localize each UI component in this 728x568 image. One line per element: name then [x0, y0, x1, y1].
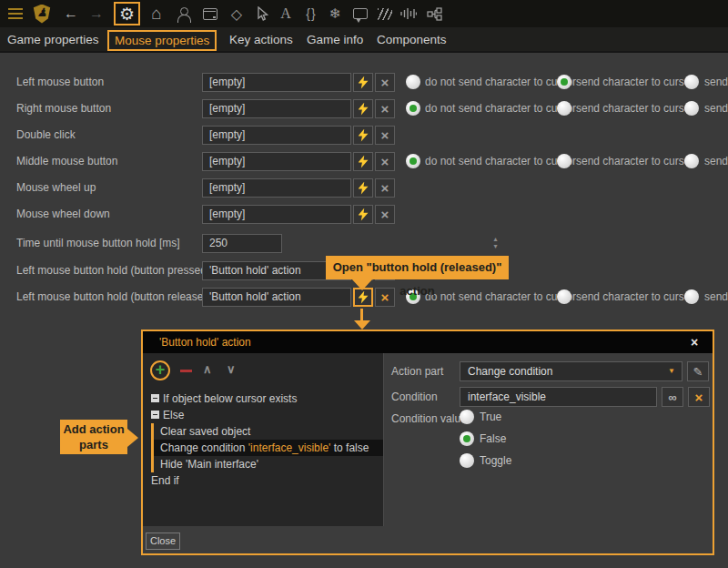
open-action-button[interactable]	[353, 205, 373, 224]
radio-send[interactable]	[557, 154, 571, 168]
home-icon[interactable]	[147, 0, 167, 27]
open-action-button[interactable]	[353, 178, 373, 198]
pattern-icon[interactable]	[376, 0, 394, 27]
condition-input[interactable]: interface_visible	[460, 387, 657, 407]
button-hold-action-dialog: 'Button hold' action If object below cur…	[141, 330, 714, 555]
radio-do-not-send[interactable]	[406, 154, 420, 168]
gem-icon[interactable]	[227, 0, 247, 27]
row-hold-time: Time until mouse button hold [ms] 250	[0, 234, 728, 253]
step-change-condition-selected[interactable]: Change condition 'interface_visible' to …	[151, 440, 383, 456]
radio-label: send character to cursor	[576, 99, 693, 117]
step-text: to false	[330, 441, 369, 454]
radio-true[interactable]	[460, 410, 474, 424]
clear-action-button[interactable]	[375, 99, 395, 118]
gear-icon	[119, 4, 135, 25]
dialog-title: 'Button hold' action	[159, 331, 251, 353]
radio-send-alt[interactable]	[684, 75, 699, 89]
radio-send-alt[interactable]	[684, 101, 699, 116]
radio-do-not-send[interactable]	[406, 75, 420, 89]
edit-action-button[interactable]	[687, 361, 709, 381]
dialog-titlebar[interactable]: 'Button hold' action	[143, 331, 713, 353]
clear-condition-button[interactable]	[688, 387, 710, 407]
back-icon[interactable]	[62, 0, 80, 27]
menu-icon[interactable]	[7, 0, 24, 27]
clear-action-button[interactable]	[375, 288, 395, 307]
script-icon[interactable]	[300, 0, 322, 27]
step-else[interactable]: Else	[151, 407, 184, 423]
interface-window-icon[interactable]	[200, 0, 220, 27]
text-tool-icon[interactable]	[277, 0, 295, 27]
collapse-icon[interactable]	[151, 411, 159, 419]
row-double-click: Double click [empty]	[0, 126, 728, 145]
row-middle-mouse-button: Middle mouse button [empty] do not send …	[0, 152, 728, 171]
move-down-button[interactable]	[227, 362, 236, 376]
step-clear-saved[interactable]: Clear saved object	[151, 423, 250, 440]
field-label: Left mouse button hold (button released)	[16, 288, 213, 307]
tab-game-properties[interactable]: Game properties	[7, 27, 99, 53]
audio-icon[interactable]	[399, 0, 419, 27]
dialog-close-icon[interactable]	[685, 331, 703, 353]
radio-label: send c	[704, 152, 728, 170]
open-action-button[interactable]	[353, 73, 373, 92]
radio-label: send character to cursor	[576, 73, 693, 91]
radio-label: send c	[704, 288, 728, 306]
clear-action-button[interactable]	[375, 205, 395, 224]
step-hide-interface[interactable]: Hide 'Main interface'	[151, 456, 258, 472]
radio-do-not-send[interactable]	[406, 101, 420, 116]
tab-game-info[interactable]: Game info	[307, 27, 363, 53]
lightning-icon	[359, 291, 369, 304]
collapse-icon[interactable]	[151, 394, 159, 402]
action-part-label: Action part	[391, 361, 443, 381]
action-value-box[interactable]: [empty]	[202, 99, 351, 118]
action-value-box[interactable]: [empty]	[202, 73, 351, 92]
radio-toggle[interactable]	[460, 453, 474, 468]
remove-step-button[interactable]	[180, 370, 192, 372]
condition-value-label: Condition value	[391, 409, 467, 429]
settings-active-frame[interactable]	[114, 2, 140, 25]
action-value-box[interactable]: [empty]	[202, 178, 351, 198]
character-icon[interactable]	[174, 0, 194, 27]
action-value-box[interactable]: [empty]	[202, 126, 351, 145]
clear-action-button[interactable]	[375, 152, 395, 171]
clear-action-button[interactable]	[375, 126, 395, 145]
row-mouse-wheel-down: Mouse wheel down [empty]	[0, 205, 728, 224]
add-step-button[interactable]	[150, 360, 170, 380]
step-text: Else	[163, 409, 184, 421]
dialogue-icon[interactable]	[350, 0, 370, 27]
action-value-box[interactable]: [empty]	[202, 152, 351, 171]
open-action-button[interactable]	[353, 99, 373, 118]
move-up-button[interactable]	[203, 362, 212, 376]
lightning-icon	[359, 156, 369, 168]
spinner-arrows-icon[interactable]	[268, 236, 723, 250]
open-action-button[interactable]	[353, 126, 373, 145]
forward-icon[interactable]	[87, 0, 106, 27]
link-condition-button[interactable]	[662, 387, 683, 407]
action-value-box[interactable]: [empty]	[202, 205, 351, 224]
radio-send-alt[interactable]	[684, 289, 699, 304]
radio-send[interactable]	[557, 289, 571, 304]
tab-mouse-properties[interactable]: Mouse properties	[107, 30, 217, 51]
flowchart-icon[interactable]	[423, 0, 445, 27]
step-if[interactable]: If object below cursor exists	[151, 390, 297, 407]
open-action-button-highlighted[interactable]	[353, 288, 373, 307]
tab-key-actions[interactable]: Key actions	[229, 27, 293, 53]
step-end-if[interactable]: End if	[151, 472, 179, 489]
radio-send[interactable]	[557, 101, 571, 116]
radio-send-alt[interactable]	[684, 154, 699, 168]
close-button[interactable]: Close	[146, 532, 180, 550]
field-label: Mouse wheel up	[16, 178, 96, 198]
radio-false[interactable]	[460, 431, 474, 446]
tab-components[interactable]: Components	[377, 27, 447, 53]
clear-action-button[interactable]	[375, 73, 395, 92]
action-part-dropdown[interactable]: Change condition	[460, 361, 682, 381]
callout-arrow-down-icon	[351, 279, 373, 290]
action-value-box[interactable]: 'Button hold' action	[202, 288, 351, 307]
radio-send[interactable]	[557, 75, 571, 89]
open-action-button[interactable]	[353, 152, 373, 171]
cursor-icon[interactable]	[252, 0, 272, 27]
lightning-icon	[359, 76, 369, 89]
snowflake-icon[interactable]	[326, 0, 344, 27]
main-toolbar	[0, 0, 728, 27]
clear-action-button[interactable]	[375, 178, 395, 198]
field-label: Middle mouse button	[16, 152, 117, 171]
